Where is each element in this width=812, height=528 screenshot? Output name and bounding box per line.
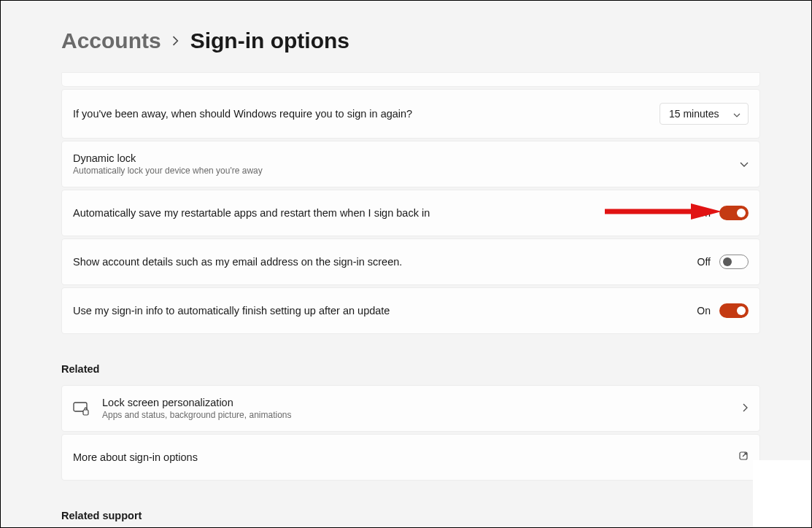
related-more-about[interactable]: More about sign-in options xyxy=(61,434,760,481)
setting-restart-apps: Automatically save my restartable apps a… xyxy=(61,190,760,236)
related-title: Lock screen personalization xyxy=(102,397,292,408)
breadcrumb-parent[interactable]: Accounts xyxy=(61,28,161,53)
open-link-icon xyxy=(738,451,749,464)
breadcrumb: Accounts Sign-in options xyxy=(61,28,761,53)
monitor-lock-icon xyxy=(73,400,89,416)
auto-finish-toggle[interactable] xyxy=(719,303,749,318)
chevron-right-icon xyxy=(171,33,180,50)
related-label: More about sign-in options xyxy=(73,451,198,463)
away-timeout-dropdown[interactable]: 15 minutes xyxy=(660,103,749,125)
panel-edge xyxy=(61,72,760,87)
restart-apps-toggle[interactable] xyxy=(719,206,749,220)
toggle-state: On xyxy=(697,207,711,219)
breadcrumb-current: Sign-in options xyxy=(190,28,349,53)
setting-label: Show account details such as my email ad… xyxy=(73,256,402,268)
toggle-state: On xyxy=(697,305,711,317)
chevron-down-icon xyxy=(733,108,741,120)
dropdown-value: 15 minutes xyxy=(669,108,719,120)
setting-label: Use my sign-in info to automatically fin… xyxy=(73,305,390,317)
related-heading: Related xyxy=(61,363,761,375)
svg-rect-1 xyxy=(83,410,88,415)
setting-sub: Automatically lock your device when you'… xyxy=(73,166,263,176)
setting-auto-finish: Use my sign-in info to automatically fin… xyxy=(61,287,760,334)
overlay-blank xyxy=(753,460,811,527)
toggle-state: Off xyxy=(697,256,711,268)
setting-show-details: Show account details such as my email ad… xyxy=(61,238,760,285)
setting-label: If you've been away, when should Windows… xyxy=(73,108,412,120)
setting-title: Dynamic lock xyxy=(73,152,263,164)
related-sub: Apps and status, background picture, ani… xyxy=(102,410,292,420)
chevron-right-icon xyxy=(743,402,749,415)
setting-label: Automatically save my restartable apps a… xyxy=(73,207,430,219)
chevron-down-icon xyxy=(740,158,749,171)
setting-dynamic-lock[interactable]: Dynamic lock Automatically lock your dev… xyxy=(61,141,760,187)
related-lock-screen[interactable]: Lock screen personalization Apps and sta… xyxy=(61,385,760,432)
setting-away-signin[interactable]: If you've been away, when should Windows… xyxy=(61,89,760,139)
show-details-toggle[interactable] xyxy=(719,255,749,269)
related-support-heading: Related support xyxy=(61,510,761,521)
